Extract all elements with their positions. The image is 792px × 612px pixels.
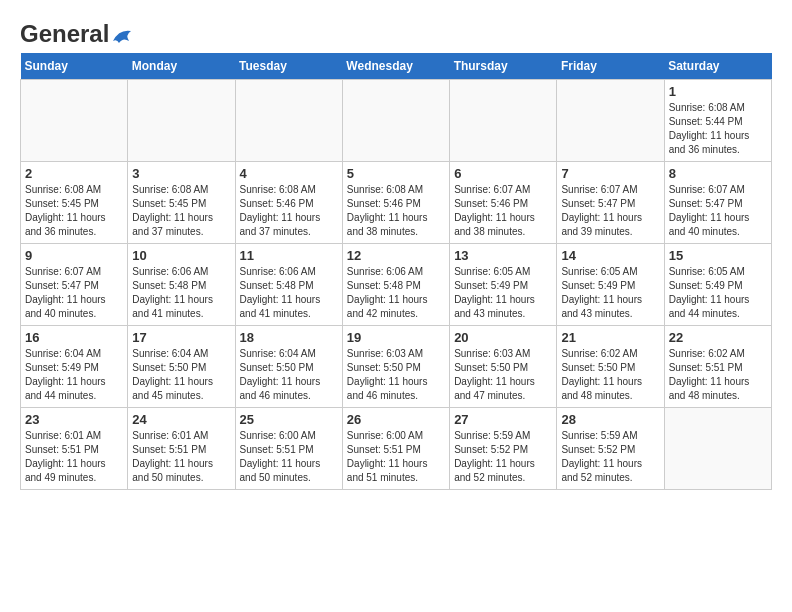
- day-cell: 14Sunrise: 6:05 AMSunset: 5:49 PMDayligh…: [557, 243, 664, 325]
- day-cell: 25Sunrise: 6:00 AMSunset: 5:51 PMDayligh…: [235, 407, 342, 489]
- header-saturday: Saturday: [664, 53, 771, 80]
- day-cell: 7Sunrise: 6:07 AMSunset: 5:47 PMDaylight…: [557, 161, 664, 243]
- day-cell: 21Sunrise: 6:02 AMSunset: 5:50 PMDayligh…: [557, 325, 664, 407]
- day-cell: 3Sunrise: 6:08 AMSunset: 5:45 PMDaylight…: [128, 161, 235, 243]
- day-cell: 15Sunrise: 6:05 AMSunset: 5:49 PMDayligh…: [664, 243, 771, 325]
- day-cell: 24Sunrise: 6:01 AMSunset: 5:51 PMDayligh…: [128, 407, 235, 489]
- day-info: Sunrise: 6:04 AMSunset: 5:49 PMDaylight:…: [25, 347, 123, 403]
- header-tuesday: Tuesday: [235, 53, 342, 80]
- day-info: Sunrise: 6:07 AMSunset: 5:47 PMDaylight:…: [561, 183, 659, 239]
- day-number: 8: [669, 166, 767, 181]
- day-info: Sunrise: 6:05 AMSunset: 5:49 PMDaylight:…: [561, 265, 659, 321]
- day-cell: [342, 79, 449, 161]
- day-cell: [235, 79, 342, 161]
- header-wednesday: Wednesday: [342, 53, 449, 80]
- day-info: Sunrise: 6:07 AMSunset: 5:47 PMDaylight:…: [25, 265, 123, 321]
- day-cell: 6Sunrise: 6:07 AMSunset: 5:46 PMDaylight…: [450, 161, 557, 243]
- day-info: Sunrise: 6:06 AMSunset: 5:48 PMDaylight:…: [240, 265, 338, 321]
- day-number: 14: [561, 248, 659, 263]
- week-row-2: 9Sunrise: 6:07 AMSunset: 5:47 PMDaylight…: [21, 243, 772, 325]
- day-info: Sunrise: 6:08 AMSunset: 5:44 PMDaylight:…: [669, 101, 767, 157]
- day-number: 19: [347, 330, 445, 345]
- day-cell: 17Sunrise: 6:04 AMSunset: 5:50 PMDayligh…: [128, 325, 235, 407]
- week-row-0: 1Sunrise: 6:08 AMSunset: 5:44 PMDaylight…: [21, 79, 772, 161]
- day-cell: 13Sunrise: 6:05 AMSunset: 5:49 PMDayligh…: [450, 243, 557, 325]
- day-cell: [557, 79, 664, 161]
- day-info: Sunrise: 6:08 AMSunset: 5:45 PMDaylight:…: [25, 183, 123, 239]
- day-cell: 27Sunrise: 5:59 AMSunset: 5:52 PMDayligh…: [450, 407, 557, 489]
- day-info: Sunrise: 6:05 AMSunset: 5:49 PMDaylight:…: [454, 265, 552, 321]
- day-info: Sunrise: 6:06 AMSunset: 5:48 PMDaylight:…: [132, 265, 230, 321]
- day-cell: 1Sunrise: 6:08 AMSunset: 5:44 PMDaylight…: [664, 79, 771, 161]
- day-cell: 22Sunrise: 6:02 AMSunset: 5:51 PMDayligh…: [664, 325, 771, 407]
- day-cell: 2Sunrise: 6:08 AMSunset: 5:45 PMDaylight…: [21, 161, 128, 243]
- day-cell: 18Sunrise: 6:04 AMSunset: 5:50 PMDayligh…: [235, 325, 342, 407]
- day-number: 3: [132, 166, 230, 181]
- day-info: Sunrise: 6:01 AMSunset: 5:51 PMDaylight:…: [25, 429, 123, 485]
- day-info: Sunrise: 6:02 AMSunset: 5:50 PMDaylight:…: [561, 347, 659, 403]
- day-number: 1: [669, 84, 767, 99]
- day-info: Sunrise: 6:08 AMSunset: 5:46 PMDaylight:…: [347, 183, 445, 239]
- header-friday: Friday: [557, 53, 664, 80]
- day-info: Sunrise: 6:02 AMSunset: 5:51 PMDaylight:…: [669, 347, 767, 403]
- day-number: 25: [240, 412, 338, 427]
- header-sunday: Sunday: [21, 53, 128, 80]
- day-number: 24: [132, 412, 230, 427]
- day-cell: 28Sunrise: 5:59 AMSunset: 5:52 PMDayligh…: [557, 407, 664, 489]
- day-info: Sunrise: 6:04 AMSunset: 5:50 PMDaylight:…: [240, 347, 338, 403]
- day-info: Sunrise: 6:07 AMSunset: 5:47 PMDaylight:…: [669, 183, 767, 239]
- calendar-table: SundayMondayTuesdayWednesdayThursdayFrid…: [20, 53, 772, 490]
- day-number: 2: [25, 166, 123, 181]
- day-cell: 12Sunrise: 6:06 AMSunset: 5:48 PMDayligh…: [342, 243, 449, 325]
- day-cell: 16Sunrise: 6:04 AMSunset: 5:49 PMDayligh…: [21, 325, 128, 407]
- day-cell: 11Sunrise: 6:06 AMSunset: 5:48 PMDayligh…: [235, 243, 342, 325]
- day-number: 23: [25, 412, 123, 427]
- logo-bird-icon: [111, 27, 133, 45]
- day-info: Sunrise: 6:03 AMSunset: 5:50 PMDaylight:…: [347, 347, 445, 403]
- day-info: Sunrise: 5:59 AMSunset: 5:52 PMDaylight:…: [454, 429, 552, 485]
- day-info: Sunrise: 6:06 AMSunset: 5:48 PMDaylight:…: [347, 265, 445, 321]
- day-number: 20: [454, 330, 552, 345]
- day-number: 18: [240, 330, 338, 345]
- logo-text: General: [20, 20, 133, 49]
- day-cell: [128, 79, 235, 161]
- day-number: 10: [132, 248, 230, 263]
- day-cell: [664, 407, 771, 489]
- week-row-4: 23Sunrise: 6:01 AMSunset: 5:51 PMDayligh…: [21, 407, 772, 489]
- logo-general: General: [20, 20, 109, 47]
- day-number: 28: [561, 412, 659, 427]
- day-number: 22: [669, 330, 767, 345]
- day-info: Sunrise: 6:00 AMSunset: 5:51 PMDaylight:…: [240, 429, 338, 485]
- day-number: 4: [240, 166, 338, 181]
- day-number: 17: [132, 330, 230, 345]
- header-monday: Monday: [128, 53, 235, 80]
- day-cell: 8Sunrise: 6:07 AMSunset: 5:47 PMDaylight…: [664, 161, 771, 243]
- day-number: 9: [25, 248, 123, 263]
- day-info: Sunrise: 6:07 AMSunset: 5:46 PMDaylight:…: [454, 183, 552, 239]
- week-row-1: 2Sunrise: 6:08 AMSunset: 5:45 PMDaylight…: [21, 161, 772, 243]
- page-header: General: [20, 20, 772, 43]
- day-info: Sunrise: 6:01 AMSunset: 5:51 PMDaylight:…: [132, 429, 230, 485]
- day-number: 7: [561, 166, 659, 181]
- day-cell: 10Sunrise: 6:06 AMSunset: 5:48 PMDayligh…: [128, 243, 235, 325]
- day-number: 15: [669, 248, 767, 263]
- day-number: 16: [25, 330, 123, 345]
- day-cell: 20Sunrise: 6:03 AMSunset: 5:50 PMDayligh…: [450, 325, 557, 407]
- day-number: 6: [454, 166, 552, 181]
- day-cell: 5Sunrise: 6:08 AMSunset: 5:46 PMDaylight…: [342, 161, 449, 243]
- day-info: Sunrise: 6:03 AMSunset: 5:50 PMDaylight:…: [454, 347, 552, 403]
- day-info: Sunrise: 6:04 AMSunset: 5:50 PMDaylight:…: [132, 347, 230, 403]
- logo: General: [20, 20, 133, 43]
- day-cell: 23Sunrise: 6:01 AMSunset: 5:51 PMDayligh…: [21, 407, 128, 489]
- day-number: 12: [347, 248, 445, 263]
- day-info: Sunrise: 6:05 AMSunset: 5:49 PMDaylight:…: [669, 265, 767, 321]
- day-cell: [21, 79, 128, 161]
- day-number: 11: [240, 248, 338, 263]
- day-info: Sunrise: 6:08 AMSunset: 5:45 PMDaylight:…: [132, 183, 230, 239]
- day-info: Sunrise: 5:59 AMSunset: 5:52 PMDaylight:…: [561, 429, 659, 485]
- day-number: 21: [561, 330, 659, 345]
- day-cell: 19Sunrise: 6:03 AMSunset: 5:50 PMDayligh…: [342, 325, 449, 407]
- day-number: 26: [347, 412, 445, 427]
- day-number: 27: [454, 412, 552, 427]
- day-cell: 4Sunrise: 6:08 AMSunset: 5:46 PMDaylight…: [235, 161, 342, 243]
